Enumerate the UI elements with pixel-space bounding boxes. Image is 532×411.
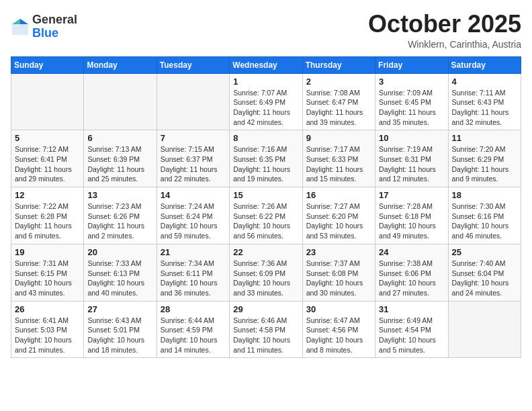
svg-marker-2: [12, 19, 20, 24]
svg-marker-1: [20, 19, 28, 24]
day-number: 24: [379, 247, 444, 257]
month-title: October 2025: [368, 11, 521, 38]
day-info: Sunrise: 6:41 AMSunset: 5:03 PMDaylight:…: [15, 316, 80, 355]
day-number: 12: [15, 190, 80, 200]
calendar-week-row: 1Sunrise: 7:07 AMSunset: 6:49 PMDaylight…: [11, 73, 521, 130]
calendar-table: SundayMondayTuesdayWednesdayThursdayFrid…: [11, 56, 521, 359]
day-info: Sunrise: 7:09 AMSunset: 6:45 PMDaylight:…: [379, 88, 444, 128]
calendar-day-31: 31Sunrise: 6:49 AMSunset: 4:54 PMDayligh…: [375, 301, 448, 358]
day-number: 5: [15, 133, 80, 143]
day-info: Sunrise: 7:17 AMSunset: 6:33 PMDaylight:…: [306, 144, 371, 184]
day-info: Sunrise: 7:27 AMSunset: 6:20 PMDaylight:…: [306, 201, 371, 241]
day-info: Sunrise: 7:20 AMSunset: 6:29 PMDaylight:…: [452, 144, 517, 184]
day-info: Sunrise: 7:16 AMSunset: 6:35 PMDaylight:…: [233, 144, 298, 184]
weekday-header-tuesday: Tuesday: [157, 56, 229, 73]
day-number: 8: [233, 133, 298, 143]
day-number: 11: [452, 133, 517, 143]
day-info: Sunrise: 7:34 AMSunset: 6:11 PMDaylight:…: [161, 259, 226, 298]
logo-icon: [11, 17, 30, 36]
day-number: 16: [306, 190, 371, 200]
day-info: Sunrise: 7:08 AMSunset: 6:47 PMDaylight:…: [306, 88, 371, 128]
weekday-header-sunday: Sunday: [11, 56, 84, 73]
day-number: 13: [87, 190, 152, 200]
day-number: 17: [379, 190, 444, 200]
day-info: Sunrise: 7:26 AMSunset: 6:22 PMDaylight:…: [233, 201, 298, 241]
weekday-header-thursday: Thursday: [302, 56, 375, 73]
calendar-day-19: 19Sunrise: 7:31 AMSunset: 6:15 PMDayligh…: [11, 244, 84, 301]
weekday-header-monday: Monday: [84, 56, 157, 73]
day-number: 28: [161, 304, 226, 314]
day-number: 3: [379, 77, 444, 87]
day-number: 4: [452, 77, 517, 87]
logo: General Blue: [11, 13, 77, 40]
day-info: Sunrise: 7:36 AMSunset: 6:09 PMDaylight:…: [233, 259, 298, 298]
calendar-day-11: 11Sunrise: 7:20 AMSunset: 6:29 PMDayligh…: [448, 130, 521, 187]
day-number: 31: [379, 304, 444, 314]
day-info: Sunrise: 7:19 AMSunset: 6:31 PMDaylight:…: [379, 144, 444, 184]
logo-text: General Blue: [32, 13, 77, 40]
calendar-week-row: 12Sunrise: 7:22 AMSunset: 6:28 PMDayligh…: [11, 187, 521, 244]
calendar-day-29: 29Sunrise: 6:46 AMSunset: 4:58 PMDayligh…: [230, 301, 302, 358]
day-number: 15: [233, 190, 298, 200]
calendar-day-22: 22Sunrise: 7:36 AMSunset: 6:09 PMDayligh…: [230, 244, 302, 301]
day-number: 18: [452, 190, 517, 200]
day-number: 14: [161, 190, 226, 200]
calendar-day-12: 12Sunrise: 7:22 AMSunset: 6:28 PMDayligh…: [11, 187, 84, 244]
calendar-day-6: 6Sunrise: 7:13 AMSunset: 6:39 PMDaylight…: [84, 130, 157, 187]
weekday-header-wednesday: Wednesday: [230, 56, 302, 73]
calendar-day-15: 15Sunrise: 7:26 AMSunset: 6:22 PMDayligh…: [230, 187, 302, 244]
day-number: 22: [233, 247, 298, 257]
calendar-day-26: 26Sunrise: 6:41 AMSunset: 5:03 PMDayligh…: [11, 301, 84, 358]
day-info: Sunrise: 7:12 AMSunset: 6:41 PMDaylight:…: [15, 144, 80, 184]
day-info: Sunrise: 7:38 AMSunset: 6:06 PMDaylight:…: [379, 259, 444, 298]
day-info: Sunrise: 6:49 AMSunset: 4:54 PMDaylight:…: [379, 316, 444, 355]
calendar-day-9: 9Sunrise: 7:17 AMSunset: 6:33 PMDaylight…: [302, 130, 375, 187]
calendar-day-10: 10Sunrise: 7:19 AMSunset: 6:31 PMDayligh…: [375, 130, 448, 187]
day-info: Sunrise: 7:37 AMSunset: 6:08 PMDaylight:…: [306, 259, 371, 298]
day-info: Sunrise: 7:40 AMSunset: 6:04 PMDaylight:…: [452, 259, 517, 298]
calendar-day-1: 1Sunrise: 7:07 AMSunset: 6:49 PMDaylight…: [230, 73, 302, 130]
day-info: Sunrise: 7:30 AMSunset: 6:16 PMDaylight:…: [452, 201, 517, 241]
day-number: 30: [306, 304, 371, 314]
day-number: 10: [379, 133, 444, 143]
page-header: General Blue October 2025 Winklern, Cari…: [11, 11, 521, 50]
day-number: 21: [161, 247, 226, 257]
day-number: 9: [306, 133, 371, 143]
calendar-week-row: 26Sunrise: 6:41 AMSunset: 5:03 PMDayligh…: [11, 301, 521, 358]
calendar-day-7: 7Sunrise: 7:15 AMSunset: 6:37 PMDaylight…: [157, 130, 229, 187]
day-info: Sunrise: 7:15 AMSunset: 6:37 PMDaylight:…: [161, 144, 226, 184]
day-number: 2: [306, 77, 371, 87]
day-info: Sunrise: 7:24 AMSunset: 6:24 PMDaylight:…: [161, 201, 226, 241]
title-block: October 2025 Winklern, Carinthia, Austri…: [368, 11, 521, 50]
day-number: 6: [87, 133, 152, 143]
calendar-day-28: 28Sunrise: 6:44 AMSunset: 4:59 PMDayligh…: [157, 301, 229, 358]
calendar-day-13: 13Sunrise: 7:23 AMSunset: 6:26 PMDayligh…: [84, 187, 157, 244]
day-info: Sunrise: 7:31 AMSunset: 6:15 PMDaylight:…: [15, 259, 80, 298]
day-number: 23: [306, 247, 371, 257]
day-info: Sunrise: 6:46 AMSunset: 4:58 PMDaylight:…: [233, 316, 298, 355]
location: Winklern, Carinthia, Austria: [368, 39, 521, 50]
day-number: 26: [15, 304, 80, 314]
day-number: 19: [15, 247, 80, 257]
day-info: Sunrise: 7:22 AMSunset: 6:28 PMDaylight:…: [15, 201, 80, 241]
day-number: 27: [87, 304, 152, 314]
day-number: 20: [87, 247, 152, 257]
calendar-empty-cell: [448, 301, 521, 358]
calendar-day-21: 21Sunrise: 7:34 AMSunset: 6:11 PMDayligh…: [157, 244, 229, 301]
day-info: Sunrise: 6:44 AMSunset: 4:59 PMDaylight:…: [161, 316, 226, 355]
calendar-day-8: 8Sunrise: 7:16 AMSunset: 6:35 PMDaylight…: [230, 130, 302, 187]
day-info: Sunrise: 6:47 AMSunset: 4:56 PMDaylight:…: [306, 316, 371, 355]
calendar-week-row: 19Sunrise: 7:31 AMSunset: 6:15 PMDayligh…: [11, 244, 521, 301]
calendar-empty-cell: [11, 73, 84, 130]
weekday-header-saturday: Saturday: [448, 56, 521, 73]
calendar-day-4: 4Sunrise: 7:11 AMSunset: 6:43 PMDaylight…: [448, 73, 521, 130]
calendar-week-row: 5Sunrise: 7:12 AMSunset: 6:41 PMDaylight…: [11, 130, 521, 187]
day-info: Sunrise: 6:43 AMSunset: 5:01 PMDaylight:…: [87, 316, 152, 355]
day-info: Sunrise: 7:07 AMSunset: 6:49 PMDaylight:…: [233, 88, 298, 128]
logo-blue: Blue: [32, 27, 77, 40]
day-number: 25: [452, 247, 517, 257]
calendar-day-17: 17Sunrise: 7:28 AMSunset: 6:18 PMDayligh…: [375, 187, 448, 244]
calendar-day-25: 25Sunrise: 7:40 AMSunset: 6:04 PMDayligh…: [448, 244, 521, 301]
calendar-day-14: 14Sunrise: 7:24 AMSunset: 6:24 PMDayligh…: [157, 187, 229, 244]
calendar-day-16: 16Sunrise: 7:27 AMSunset: 6:20 PMDayligh…: [302, 187, 375, 244]
